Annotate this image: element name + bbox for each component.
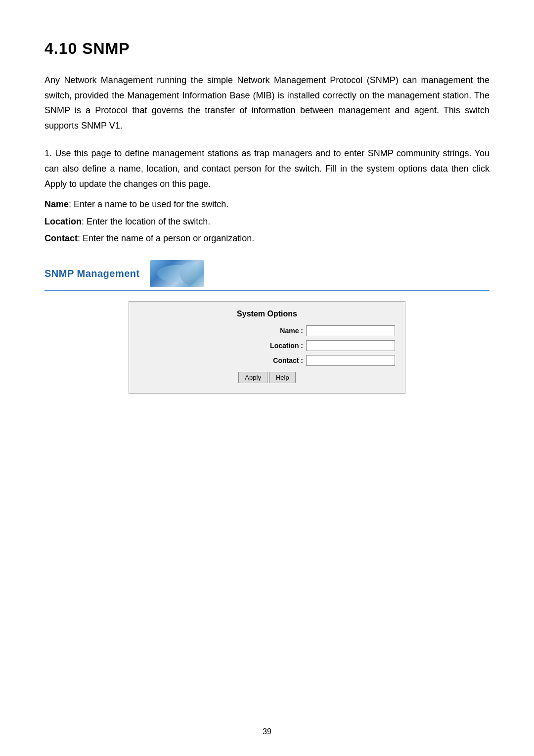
page-number: 39 xyxy=(263,727,271,736)
intro-paragraph: Any Network Management running the simpl… xyxy=(44,73,490,133)
contact-label: Contact : xyxy=(264,356,303,364)
contact-input[interactable] xyxy=(306,355,395,366)
name-row: Name : xyxy=(139,325,395,336)
field-location-desc: Location: Enter the location of the swit… xyxy=(44,214,490,229)
section-title: 4.10 SNMP xyxy=(44,40,490,58)
location-label: Location : xyxy=(264,342,303,350)
field-name-desc: Name: Enter a name to be used for the sw… xyxy=(44,196,490,212)
apply-button[interactable]: Apply xyxy=(238,372,267,383)
name-input[interactable] xyxy=(306,325,395,336)
location-row: Location : xyxy=(139,340,395,351)
snmp-management-header: SNMP Management xyxy=(44,260,490,291)
field-location-label: Location xyxy=(44,217,82,226)
field-contact-label: Contact xyxy=(44,233,78,243)
form-buttons: Apply Help xyxy=(139,372,395,383)
form-section-title: System Options xyxy=(139,310,395,318)
contact-row: Contact : xyxy=(139,355,395,366)
field-contact-desc: Contact: Enter the name of a person or o… xyxy=(44,230,490,246)
snmp-management-image xyxy=(150,260,204,287)
desc-paragraph: 1. Use this page to define management st… xyxy=(44,146,490,191)
snmp-management-title: SNMP Management xyxy=(44,268,140,279)
field-name-label: Name xyxy=(44,199,69,209)
name-label: Name : xyxy=(264,327,303,335)
location-input[interactable] xyxy=(306,340,395,351)
system-options-form: System Options Name : Location : Contact… xyxy=(129,301,405,394)
help-button[interactable]: Help xyxy=(269,372,296,383)
